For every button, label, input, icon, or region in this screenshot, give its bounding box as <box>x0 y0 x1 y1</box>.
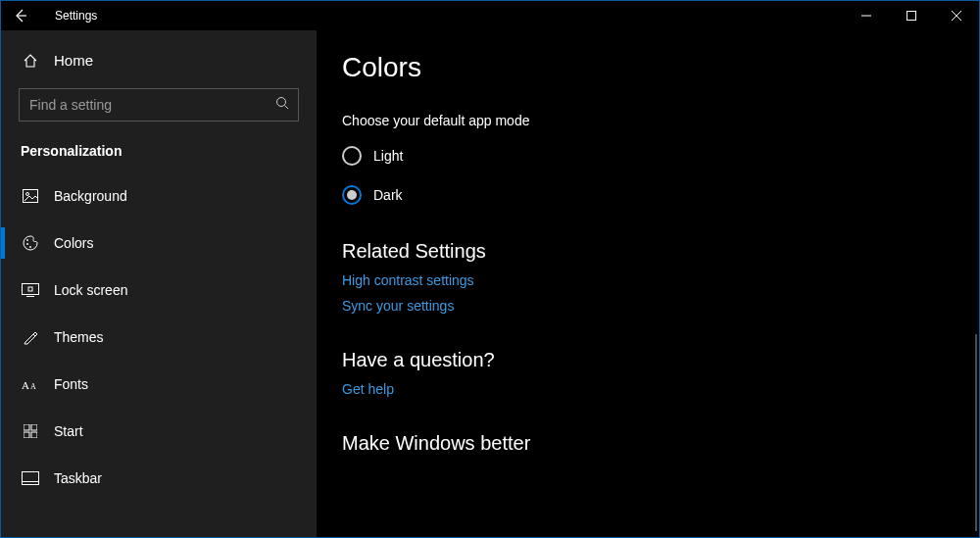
get-help-link[interactable]: Get help <box>342 381 979 397</box>
taskbar-icon <box>21 471 40 485</box>
sidebar-item-label: Background <box>54 188 127 204</box>
high-contrast-link[interactable]: High contrast settings <box>342 272 979 288</box>
sidebar-item-fonts[interactable]: AA Fonts <box>1 361 317 408</box>
maximize-button[interactable] <box>889 1 934 30</box>
svg-point-8 <box>26 193 29 196</box>
sidebar-item-themes[interactable]: Themes <box>1 314 317 361</box>
home-link[interactable]: Home <box>1 42 317 78</box>
settings-window: Settings Home <box>0 0 980 538</box>
sidebar-item-background[interactable]: Background <box>1 172 317 220</box>
svg-text:A: A <box>22 379 29 391</box>
search-input[interactable] <box>19 88 299 122</box>
sidebar-item-lock-screen[interactable]: Lock screen <box>1 267 317 314</box>
main-panel: Colors Choose your default app mode Ligh… <box>317 30 979 537</box>
svg-rect-20 <box>31 432 37 438</box>
sidebar-item-label: Fonts <box>54 376 88 392</box>
svg-rect-18 <box>31 424 37 430</box>
sidebar-item-taskbar[interactable]: Taskbar <box>1 455 317 502</box>
radio-light[interactable]: Light <box>342 146 979 166</box>
sidebar-item-label: Start <box>54 423 83 439</box>
svg-rect-12 <box>23 284 39 295</box>
home-label: Home <box>54 52 93 69</box>
titlebar-left: Settings <box>1 1 97 30</box>
sidebar-item-label: Themes <box>54 329 104 345</box>
home-icon <box>21 53 40 69</box>
svg-rect-2 <box>907 12 916 21</box>
fonts-icon: AA <box>21 377 40 391</box>
svg-rect-13 <box>28 287 32 291</box>
related-settings-title: Related Settings <box>342 240 979 263</box>
minimize-icon <box>861 11 871 21</box>
back-button[interactable] <box>1 1 40 30</box>
radio-icon <box>342 185 362 205</box>
svg-text:A: A <box>30 382 36 391</box>
body: Home Personalization Background Colo <box>1 30 979 537</box>
themes-icon <box>21 329 40 345</box>
window-title: Settings <box>55 9 97 23</box>
sidebar-item-colors[interactable]: Colors <box>1 220 317 267</box>
sidebar-item-label: Colors <box>54 235 93 251</box>
titlebar: Settings <box>1 1 979 30</box>
sidebar-item-start[interactable]: Start <box>1 408 317 455</box>
minimize-button[interactable] <box>844 1 889 30</box>
sidebar: Home Personalization Background Colo <box>1 30 317 537</box>
start-icon <box>21 424 40 438</box>
question-title: Have a question? <box>342 349 979 371</box>
svg-rect-17 <box>24 424 29 430</box>
radio-label: Light <box>373 148 403 164</box>
sync-settings-link[interactable]: Sync your settings <box>342 298 979 314</box>
category-header: Personalization <box>1 139 317 172</box>
svg-rect-21 <box>23 472 39 485</box>
maximize-icon <box>906 11 916 21</box>
app-mode-label: Choose your default app mode <box>342 113 979 128</box>
svg-rect-19 <box>24 432 29 438</box>
radio-label: Dark <box>373 187 403 203</box>
scrollbar[interactable] <box>975 334 977 531</box>
make-better-title: Make Windows better <box>342 432 979 455</box>
svg-point-10 <box>26 243 28 245</box>
page-title: Colors <box>342 52 979 83</box>
picture-icon <box>21 189 40 203</box>
window-controls <box>844 1 979 30</box>
svg-point-11 <box>29 246 31 248</box>
close-icon <box>952 11 961 21</box>
lock-screen-icon <box>21 283 40 297</box>
svg-point-9 <box>26 239 28 241</box>
search-wrap <box>19 88 299 122</box>
sidebar-item-label: Lock screen <box>54 282 127 298</box>
radio-icon <box>342 146 362 166</box>
close-button[interactable] <box>934 1 979 30</box>
palette-icon <box>21 235 40 251</box>
radio-dark[interactable]: Dark <box>342 185 979 205</box>
sidebar-item-label: Taskbar <box>54 470 102 486</box>
arrow-left-icon <box>13 8 28 24</box>
